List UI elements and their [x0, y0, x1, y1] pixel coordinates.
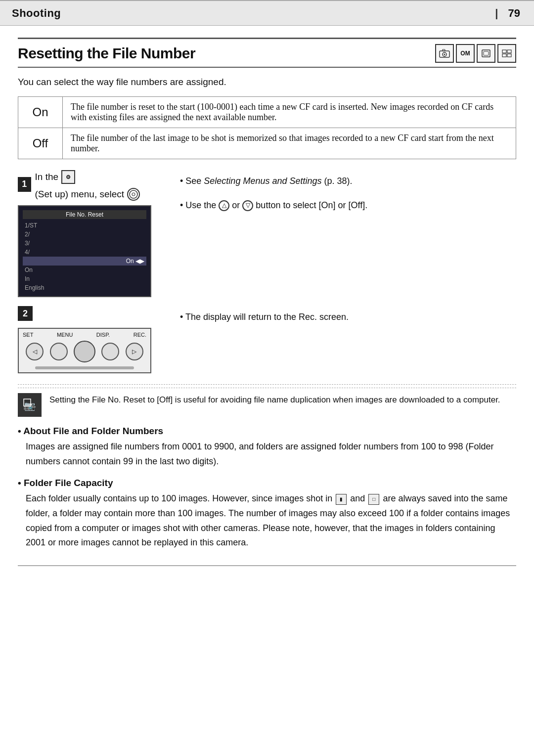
dial-icon-1: △	[219, 200, 229, 211]
control-bar-labels: SET MENU DISP. REC.	[23, 332, 146, 338]
bullet-body-2: Each folder usually contains up to 100 i…	[18, 491, 516, 550]
svg-point-11	[132, 193, 135, 196]
page-header: Shooting | 79	[0, 0, 534, 26]
svg-rect-5	[484, 51, 489, 55]
step-2-note: • The display will return to the Rec. sc…	[180, 310, 516, 324]
inline-icon-burst: ▮	[336, 494, 347, 505]
ctrl-btn-left: ◁	[26, 343, 44, 360]
step-2-right: • The display will return to the Rec. sc…	[180, 306, 516, 324]
step-1-row: 1 In the ⚙ (Set up) menu, select	[18, 170, 516, 297]
on-off-table: On The file number is reset to the start…	[18, 96, 516, 159]
setup-menu-icon: ⚙	[61, 170, 75, 184]
menu-row-3: 3/	[23, 239, 146, 248]
on-label: On	[18, 97, 63, 128]
step-1-text-b: (Set up) menu, select	[35, 187, 125, 202]
ctrl-slider	[35, 366, 134, 369]
page-content: Resetting the File Number OM	[0, 26, 534, 584]
bullet-section-1: About File and Folder Numbers Images are…	[18, 426, 516, 469]
section-title: Resetting the File Number	[18, 45, 195, 62]
ctrl-btn-2	[101, 343, 119, 360]
on-description: The file number is reset to the start (1…	[63, 97, 516, 128]
ctrl-btn-center	[74, 341, 95, 362]
menu-row-4: 4/	[23, 248, 146, 257]
step-2-left: 2 SET MENU DISP. REC. ◁ ▷	[18, 306, 166, 373]
menu-row-6: On	[23, 266, 146, 274]
off-label: Off	[18, 128, 63, 159]
mode-icon-om: OM	[456, 44, 475, 63]
mode-icon-camera	[435, 44, 454, 63]
note-icon: 📷	[18, 393, 42, 417]
note-section: 📷 Setting the File No. Reset to [Off] is…	[18, 388, 516, 417]
ctrl-btn-right: ▷	[126, 343, 143, 360]
bullet-body-1: Images are assigned file numbers from 00…	[18, 440, 516, 469]
svg-point-3	[444, 54, 445, 55]
dial-icon-2: ▽	[242, 200, 253, 211]
svg-point-10	[130, 190, 137, 198]
off-description: The file number of the last image to be …	[63, 128, 516, 159]
section-label: Shooting	[8, 7, 61, 20]
steps-area: 1 In the ⚙ (Set up) menu, select	[18, 170, 516, 373]
bullet-section-2: Folder File Capacity Each folder usually…	[18, 478, 516, 550]
section-heading: Resetting the File Number OM	[18, 38, 516, 68]
step-1-note-2: • Use the △ or ▽ button to select [On] o…	[180, 198, 516, 213]
step-1-number: 1	[18, 177, 31, 192]
mode-icon-square	[477, 44, 495, 63]
page-number: 79	[502, 7, 526, 20]
table-row-off: Off The file number of the last image to…	[18, 128, 516, 159]
camera-screen-mockup: File No. Reset 1/ST 2/ 3/ 4/ On ◀▶ On In…	[18, 205, 151, 297]
svg-rect-7	[507, 50, 511, 53]
menu-row-5-highlighted: On ◀▶	[23, 257, 146, 266]
menu-row-2: 2/	[23, 230, 146, 239]
bullet-title-2: Folder File Capacity	[18, 478, 516, 489]
inline-icon-square: □	[368, 494, 379, 505]
bottom-separator	[18, 565, 516, 566]
svg-rect-2	[443, 49, 445, 51]
svg-rect-6	[502, 50, 506, 53]
mode-icons: OM	[435, 44, 516, 63]
step-1-right: • See Selecting Menus and Settings (p. 3…	[180, 170, 516, 213]
table-row-on: On The file number is reset to the start…	[18, 97, 516, 128]
step-2-row: 2 SET MENU DISP. REC. ◁ ▷	[18, 306, 516, 373]
ctrl-btn-1	[50, 343, 68, 360]
ctrl-label-set: SET	[23, 332, 33, 338]
camera-screen-header: File No. Reset	[23, 210, 146, 219]
ctrl-label-disp: DISP.	[96, 332, 110, 338]
svg-rect-4	[482, 50, 490, 57]
step-2-number: 2	[18, 306, 33, 321]
svg-rect-8	[502, 54, 506, 57]
intro-text: You can select the way file numbers are …	[18, 77, 516, 88]
step-1-instruction: In the ⚙ (Set up) menu, select	[35, 170, 166, 201]
ctrl-label-menu: MENU	[57, 332, 73, 338]
step-1-left: 1 In the ⚙ (Set up) menu, select	[18, 170, 166, 297]
step-1-text-a: In the	[35, 170, 59, 184]
menu-row-1: 1/ST	[23, 221, 146, 230]
step-1-note-1: • See Selecting Menus and Settings (p. 3…	[180, 174, 516, 188]
dashed-sep	[18, 384, 516, 385]
menu-row-7: In	[23, 274, 146, 283]
ctrl-label-rec: REC.	[134, 332, 146, 338]
control-buttons: ◁ ▷	[23, 341, 146, 362]
menu-row-8: English	[23, 283, 146, 292]
bullet-title-1: About File and Folder Numbers	[18, 426, 516, 437]
camera-control-bar: SET MENU DISP. REC. ◁ ▷	[18, 328, 151, 373]
note-text: Setting the File No. Reset to [Off] is u…	[49, 393, 500, 406]
mode-icon-grid	[497, 44, 516, 63]
svg-rect-9	[507, 54, 511, 57]
select-icon	[127, 188, 140, 201]
